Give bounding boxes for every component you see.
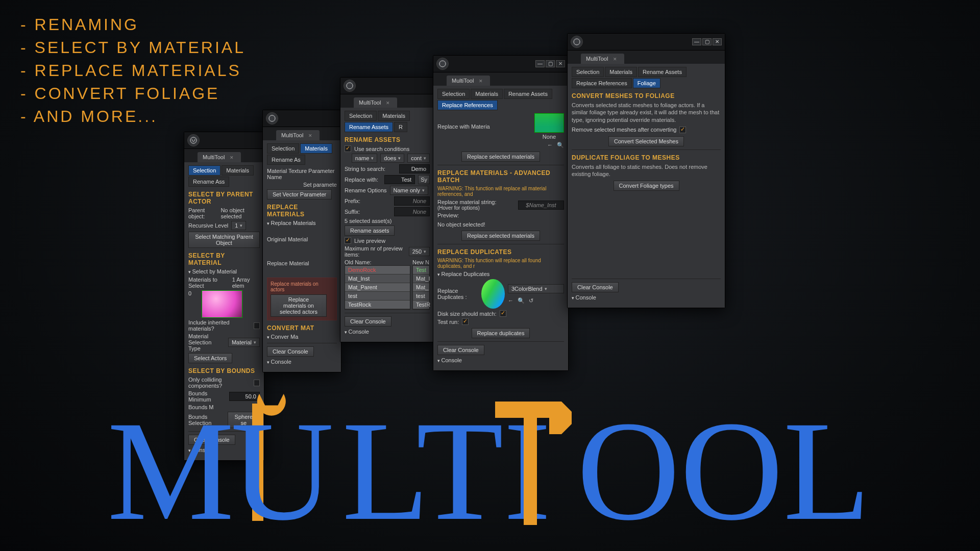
convert-foliage-types-button[interactable]: Convert Foliage types [614, 181, 679, 191]
feature-item: - REPLACE MATERIALS [20, 61, 246, 80]
collapsible-replace-duplicates[interactable]: Replace Duplicates [437, 271, 564, 277]
console-collapsible[interactable]: Console [437, 357, 564, 363]
clear-console-button[interactable]: Clear Console [572, 282, 619, 292]
tab-materials[interactable]: Materials [222, 165, 254, 176]
suffix-input[interactable] [394, 207, 430, 216]
use-search-conditions-checkbox[interactable] [345, 145, 351, 152]
replace-string-input[interactable] [518, 201, 564, 210]
cond-verb[interactable]: does [380, 154, 404, 163]
feature-item: - SELECT BY MATERIAL [20, 38, 246, 57]
arrow-left-icon[interactable]: ← [508, 297, 513, 304]
duplicate-target-select[interactable]: 3ColorBlend [508, 284, 564, 293]
search-icon[interactable]: 🔍 [518, 297, 525, 304]
close-icon[interactable]: ✕ [386, 101, 390, 106]
svg-text:U: U [231, 391, 334, 550]
close-button[interactable]: ✕ [713, 38, 722, 45]
replace-selected-materials-button[interactable]: Replace selected materials [461, 152, 540, 162]
include-inherited-checkbox[interactable] [254, 322, 260, 329]
clear-console-button[interactable]: Clear Console [437, 345, 484, 355]
list-item: Mat_I [413, 274, 429, 283]
logo-m: M [107, 391, 234, 550]
close-icon[interactable]: ✕ [479, 79, 483, 84]
replace-duplicates-button[interactable]: Replace duplicates [472, 328, 530, 338]
cond-predicate[interactable]: cont [407, 154, 430, 163]
material-selection-type[interactable]: Material [228, 338, 260, 347]
unreal-logo-icon [187, 134, 200, 146]
window-tab[interactable]: MultiTool✕ [581, 54, 624, 64]
tab-selection[interactable]: Selection [572, 67, 604, 77]
tab-selection[interactable]: Selection [188, 165, 220, 176]
panel-title: Replace materials on actors [271, 281, 333, 292]
tab-selection[interactable]: Selection [345, 111, 377, 121]
arrow-left-icon[interactable]: ← [547, 142, 553, 148]
replace-selected-materials-button[interactable]: Replace selected materials [461, 231, 540, 241]
clear-console-button[interactable]: Clear Console [267, 346, 314, 357]
tab-rename[interactable]: Rename Ass [188, 177, 229, 187]
tab-materials[interactable]: Materials [471, 89, 503, 99]
only-colliding-checkbox[interactable] [254, 380, 260, 386]
close-icon[interactable]: ✕ [230, 155, 234, 160]
clear-console-button[interactable]: Clear Console [345, 316, 391, 327]
maximize-button[interactable]: ▢ [702, 38, 712, 45]
close-icon[interactable]: ✕ [308, 133, 312, 138]
console-collapsible[interactable]: Console [572, 294, 721, 300]
material-thumbnail[interactable] [202, 290, 242, 318]
material-thumbnail[interactable] [481, 279, 505, 309]
tab-materials[interactable]: Materials [300, 143, 332, 154]
disk-size-match-checkbox[interactable] [500, 310, 506, 317]
convert-selected-meshes-button[interactable]: Convert Selected Meshes [608, 136, 684, 146]
rename-assets-button[interactable]: Rename assets [345, 226, 395, 236]
list-item: test [413, 292, 429, 300]
window-tab[interactable]: MultiTool✕ [354, 97, 397, 108]
console-collapsible[interactable]: Console [267, 359, 337, 365]
remove-after-convert-checkbox[interactable] [679, 127, 686, 133]
tab-materials[interactable]: Materials [378, 111, 410, 121]
list-item: DemoRock [345, 266, 410, 274]
minimize-button[interactable]: — [535, 60, 545, 67]
tab-rename[interactable]: Rename Assets [345, 122, 393, 132]
reset-icon[interactable]: ↺ [529, 297, 533, 304]
select-matching-parent-button[interactable]: Select Matching Parent Object [188, 232, 260, 248]
select-actors-button[interactable]: Select Actors [188, 353, 232, 363]
close-button[interactable]: ✕ [556, 60, 565, 67]
collapsible-replace-materials[interactable]: Replace Materials [267, 220, 337, 226]
minimize-button[interactable]: — [692, 38, 701, 45]
collapsible-select-material[interactable]: Select by Material [188, 268, 260, 274]
replace-with-input[interactable] [384, 175, 415, 184]
tab-materials[interactable]: Materials [605, 67, 637, 77]
live-preview-checkbox[interactable] [345, 237, 351, 244]
tab-rename[interactable]: Rename Assets [638, 67, 687, 77]
close-icon[interactable]: ✕ [613, 57, 617, 62]
tab-r[interactable]: R [394, 122, 407, 132]
rename-options-select[interactable]: Name only [390, 186, 429, 195]
set-vector-parameter-button[interactable]: Set Vector Parameter [267, 189, 332, 199]
window-tab[interactable]: MultiTool✕ [198, 152, 241, 162]
maximize-button[interactable]: ▢ [546, 60, 555, 67]
tab-selection[interactable]: Selection [437, 89, 470, 99]
window-tab[interactable]: MultiTool✕ [276, 130, 320, 140]
search-string-input[interactable] [399, 164, 430, 173]
svg-point-4 [574, 39, 580, 45]
section-header: SELECT BY MATERIAL [188, 252, 260, 266]
prefix-input[interactable] [394, 196, 430, 206]
unreal-logo-icon [436, 58, 449, 70]
tab-replace-references[interactable]: Replace References [437, 100, 498, 110]
tab-replace-references[interactable]: Replace References [572, 78, 632, 88]
search-icon[interactable]: 🔍 [557, 142, 564, 148]
tab-foliage[interactable]: Foliage [633, 78, 660, 88]
sync-button[interactable]: Sy [418, 175, 430, 184]
console-collapsible[interactable]: Console [345, 329, 430, 335]
cond-subject[interactable]: name [352, 154, 378, 163]
tab-selection[interactable]: Selection [267, 143, 299, 154]
tab-rename[interactable]: Rename As [267, 155, 305, 165]
tab-rename[interactable]: Rename Assets [504, 89, 552, 99]
window-tab[interactable]: MultiTool✕ [447, 76, 490, 86]
max-preview-select[interactable]: 250 [409, 247, 430, 256]
titlebar[interactable] [184, 132, 264, 149]
collapsible-convert-materials[interactable]: Conver Ma [267, 334, 337, 340]
test-run-checkbox[interactable] [462, 318, 469, 325]
recursive-level-select[interactable]: 1 [231, 221, 246, 230]
replace-on-actors-button[interactable]: Replace materials on selected actors [271, 294, 327, 317]
window-foliage: — ▢ ✕ MultiTool✕ Selection Materials Ren… [567, 33, 725, 308]
material-thumbnail[interactable] [534, 113, 564, 133]
